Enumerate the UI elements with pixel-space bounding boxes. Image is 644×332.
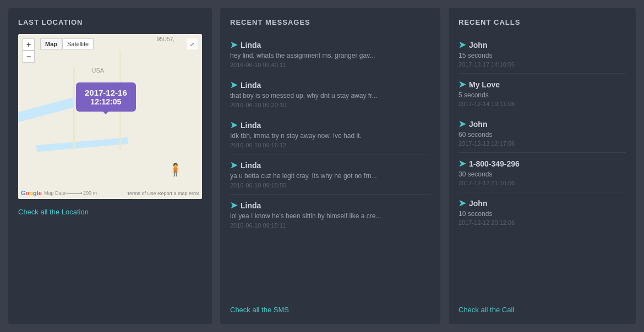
message-item: ➤ Linda ya u betta cuz he legit cray. It… — [230, 154, 430, 195]
messages-panel-title: RECENT MESSAGES — [230, 18, 430, 26]
call-timestamp: 2017-12-12 20:12:06 — [459, 219, 626, 226]
call-icon: ➤ — [459, 40, 466, 50]
call-name: ➤ My Love — [459, 79, 626, 90]
send-icon: ➤ — [230, 80, 237, 90]
caller-name: John — [469, 41, 487, 49]
map-type-map[interactable]: Map — [40, 38, 62, 49]
map-data-label: Map Data — [44, 190, 66, 196]
messages-list: ➤ Linda hey lind, whats the assignment m… — [230, 34, 430, 234]
map-popup-time: 12:12:05 — [85, 97, 127, 106]
message-text: Idk tbh, imma try n stay away now. Ive h… — [230, 132, 430, 140]
call-duration: 15 seconds — [459, 52, 626, 59]
caller-name: My Love — [469, 80, 500, 89]
calls-panel-title: RECENT CALLS — [459, 18, 626, 26]
message-item: ➤ Linda hey lind, whats the assignment m… — [230, 34, 430, 74]
call-icon: ➤ — [459, 158, 466, 169]
call-duration: 30 seconds — [459, 170, 626, 178]
send-icon: ➤ — [230, 40, 237, 50]
map-type-satellite[interactable]: Satellite — [62, 38, 94, 49]
map-pin-popup: 2017-12-16 12:12:05 — [76, 82, 136, 112]
call-duration: 10 seconds — [459, 210, 626, 218]
sender-name: Linda — [241, 121, 261, 130]
call-icon: ➤ — [459, 119, 466, 129]
message-timestamp: 2016-06-10 09:15:55 — [230, 182, 430, 189]
call-item: ➤ 1-800-349-296 30 seconds 2017-12-12 21… — [459, 153, 626, 192]
check-location-link[interactable]: Check all the Location — [18, 208, 202, 216]
call-name: ➤ John — [459, 119, 626, 129]
message-sender: ➤ Linda — [230, 40, 430, 50]
map-popup-date: 2017-12-16 — [85, 88, 127, 97]
map-expand-button[interactable]: ⤢ — [187, 38, 198, 49]
sender-name: Linda — [241, 201, 261, 210]
calls-panel: RECENT CALLS ➤ John 15 seconds 2017-12-1… — [449, 8, 636, 324]
call-item: ➤ John 15 seconds 2017-12-17 14:10:06 — [459, 34, 626, 74]
calls-list: ➤ John 15 seconds 2017-12-17 14:10:06 ➤ … — [459, 34, 626, 231]
call-timestamp: 2017-12-14 19:11:06 — [459, 101, 626, 107]
message-timestamp: 2016-06-10 09:15:11 — [230, 222, 430, 229]
caller-name: 1-800-349-296 — [469, 159, 520, 168]
send-icon: ➤ — [230, 160, 237, 170]
message-text: lol yea I know he's been sittin by himse… — [230, 212, 430, 220]
map-type-controls: Map Satellite — [40, 38, 94, 49]
message-timestamp: 2016-06-10 09:16:12 — [230, 142, 430, 148]
message-timestamp: 2016-06-10 09:20:10 — [230, 102, 430, 108]
message-text: that boy is so messed up. why dnt u stay… — [230, 92, 430, 99]
send-icon: ➤ — [230, 200, 237, 211]
call-timestamp: 2017-12-17 14:10:06 — [459, 61, 626, 68]
call-duration: 5 seconds — [459, 91, 626, 99]
call-item: ➤ John 10 seconds 2017-12-12 20:12:06 — [459, 192, 626, 231]
message-timestamp: 2016-06-10 09:40:11 — [230, 62, 430, 68]
google-logo: Google — [21, 190, 42, 196]
call-timestamp: 2017-12-12 21:10:06 — [459, 180, 626, 186]
map-zoom-out[interactable]: − — [23, 51, 35, 63]
call-item: ➤ John 60 seconds 2017-12-13 12:17:06 — [459, 113, 626, 153]
map-region-label: USA — [92, 67, 105, 74]
map-footer-right: Terms of Use Report a map error — [127, 191, 199, 196]
message-sender: ➤ Linda — [230, 120, 430, 130]
scale-bar — [67, 192, 82, 194]
message-item: ➤ Linda that boy is so messed up. why dn… — [230, 74, 430, 114]
caller-name: John — [469, 199, 487, 208]
map-top-label: 95U57, — [157, 36, 174, 42]
message-sender: ➤ Linda — [230, 160, 430, 170]
message-sender: ➤ Linda — [230, 200, 430, 211]
call-icon: ➤ — [459, 198, 466, 208]
check-call-link[interactable]: Check all the Call — [459, 299, 626, 314]
call-name: ➤ John — [459, 40, 626, 50]
map-scale: Map Data 200 m — [44, 190, 97, 196]
caller-name: John — [469, 120, 487, 129]
sender-name: Linda — [241, 161, 261, 170]
check-sms-link[interactable]: Check all the SMS — [230, 299, 430, 314]
call-name: ➤ John — [459, 198, 626, 208]
map-road-3 — [73, 67, 75, 150]
map-footer: Google Map Data 200 m — [21, 190, 97, 196]
dashboard: LAST LOCATION 95U57, USA + − Map Satel — [8, 8, 636, 324]
call-icon: ➤ — [459, 79, 466, 90]
call-duration: 60 seconds — [459, 131, 626, 139]
call-timestamp: 2017-12-13 12:17:06 — [459, 140, 626, 147]
send-icon: ➤ — [230, 120, 237, 130]
messages-panel: RECENT MESSAGES ➤ Linda hey lind, whats … — [220, 8, 440, 324]
map-zoom-in[interactable]: + — [23, 38, 35, 51]
location-panel: LAST LOCATION 95U57, USA + − Map Satel — [8, 8, 212, 324]
location-panel-title: LAST LOCATION — [18, 18, 202, 26]
call-name: ➤ 1-800-349-296 — [459, 158, 626, 169]
message-item: ➤ Linda lol yea I know he's been sittin … — [230, 195, 430, 234]
map-zoom-controls: + − — [23, 38, 35, 63]
message-text: hey lind, whats the assignment ms. grang… — [230, 52, 430, 59]
message-text: ya u betta cuz he legit cray. Its why he… — [230, 172, 430, 180]
message-item: ➤ Linda Idk tbh, imma try n stay away no… — [230, 114, 430, 154]
call-item: ➤ My Love 5 seconds 2017-12-14 19:11:06 — [459, 74, 626, 113]
message-sender: ➤ Linda — [230, 80, 430, 90]
map-human-marker: 🧍 — [168, 163, 183, 177]
map-background: 95U57, USA + − Map Satellite ⤢ 2017-12-1… — [18, 34, 202, 199]
scale-value: 200 m — [83, 190, 97, 196]
sender-name: Linda — [241, 41, 261, 49]
map-road-2 — [36, 137, 128, 152]
sender-name: Linda — [241, 81, 261, 90]
map-container: 95U57, USA + − Map Satellite ⤢ 2017-12-1… — [18, 34, 202, 199]
